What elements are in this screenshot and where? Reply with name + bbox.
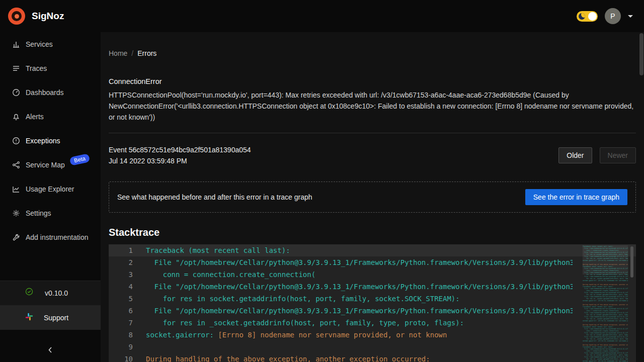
sidebar-item-alerts[interactable]: Alerts	[0, 105, 101, 129]
breadcrumb-separator: /	[131, 49, 133, 57]
stacktrace-block: 1 Traceback (most recent call last): 2 F…	[109, 244, 636, 362]
line-code: for res in socket.getaddrinfo(host, port…	[146, 293, 573, 305]
code-scrollbar[interactable]	[630, 246, 633, 278]
bell-icon	[12, 113, 20, 121]
trace-graph-button[interactable]: See the error in trace graph	[525, 189, 627, 205]
beta-badge: Beta	[69, 153, 90, 166]
main-content: Home / Errors ConnectionError HTTPSConne…	[101, 32, 644, 362]
line-number: 9	[109, 341, 146, 353]
line-number: 2	[109, 256, 146, 268]
stacktrace-line-3: 3 conn = connection.create_connection(	[109, 268, 636, 281]
error-message: HTTPSConnectionPool(host='run.mockdy.io'…	[109, 89, 636, 123]
line-code: File "/opt/homebrew/Cellar/python@3.9/3.…	[146, 305, 573, 317]
sidebar-item-label: Exceptions	[26, 137, 60, 145]
line-number: 6	[109, 305, 146, 317]
event-meta: Event 56c8572c51e94bc9a2f501a81390a054 J…	[109, 144, 251, 166]
theme-toggle[interactable]	[577, 11, 598, 22]
caret-down-icon[interactable]	[628, 15, 633, 18]
sidebar-item-traces[interactable]: Traces	[0, 56, 101, 80]
topbar: SigNoz P	[0, 0, 644, 32]
sidebar-item-label: Alerts	[26, 113, 44, 121]
list-icon	[12, 64, 20, 72]
line-number: 3	[109, 268, 146, 281]
stacktrace-line-5: 5 for res in socket.getaddrinfo(host, po…	[109, 293, 636, 305]
line-code: conn = connection.create_connection(	[146, 268, 573, 281]
signoz-logo-core	[15, 14, 19, 19]
newer-button[interactable]: Newer	[600, 147, 636, 163]
line-code: File "/opt/homebrew/Cellar/python@3.9/3.…	[146, 281, 573, 293]
trace-banner: See what happened before and after this …	[109, 182, 636, 213]
version-row: v0.10.0	[0, 281, 101, 305]
sidebar-item-label: Service Map	[26, 161, 65, 169]
page-scrollbar[interactable]	[639, 33, 644, 362]
sidebar-nav: Services Traces Dashboards Alerts Except…	[0, 32, 101, 249]
avatar[interactable]: P	[605, 8, 621, 24]
sidebar-item-services[interactable]: Services	[0, 32, 101, 56]
sidebar-item-label: Dashboards	[26, 88, 64, 97]
sidebar-item-label: Traces	[26, 64, 47, 72]
stacktrace-line-2: 2 File "/opt/homebrew/Cellar/python@3.9/…	[109, 256, 636, 268]
event-timestamp: Jul 14 2022 03:59:48 PM	[109, 155, 251, 166]
stacktrace-line-10: 10 During handling of the above exceptio…	[109, 353, 636, 362]
breadcrumb-home-link[interactable]: Home	[109, 49, 127, 57]
check-circle-icon	[25, 288, 36, 299]
body-row: Services Traces Dashboards Alerts Except…	[0, 32, 644, 362]
gear-icon	[12, 209, 20, 217]
sidebar-item-support[interactable]: Support	[0, 305, 101, 330]
sidebar-item-dashboards[interactable]: Dashboards	[0, 80, 101, 105]
line-number: 1	[109, 244, 146, 256]
collapse-sidebar[interactable]	[0, 340, 101, 362]
line-code: During handling of the above exception, …	[146, 353, 573, 362]
event-id: Event 56c8572c51e94bc9a2f501a81390a054	[109, 144, 251, 155]
dashboard-icon	[12, 88, 20, 97]
sidebar-item-label: Services	[26, 40, 53, 48]
older-button[interactable]: Older	[558, 147, 592, 163]
app-title: SigNoz	[32, 11, 64, 22]
sidebar-item-label: Settings	[26, 209, 51, 217]
app-root: SigNoz P Services Traces Dashboards Aler…	[0, 0, 644, 362]
minimap-viewport	[583, 245, 628, 275]
bar-chart-icon	[12, 40, 20, 48]
sidebar-item-label: Usage Explorer	[26, 185, 74, 193]
line-code: Traceback (most recent call last):	[146, 244, 573, 256]
line-code: for res in _socket.getaddrinfo(host, por…	[146, 317, 573, 329]
breadcrumb-current: Errors	[137, 49, 156, 57]
line-number: 5	[109, 293, 146, 305]
sidebar-item-usage-explorer[interactable]: Usage Explorer	[0, 177, 101, 201]
line-number: 8	[109, 329, 146, 341]
line-chart-icon	[12, 185, 20, 193]
stacktrace-line-6: 6 File "/opt/homebrew/Cellar/python@3.9/…	[109, 305, 636, 317]
line-number: 7	[109, 317, 146, 329]
wrench-icon	[12, 233, 20, 241]
version-label: v0.10.0	[45, 289, 68, 297]
sidebar-item-settings[interactable]: Settings	[0, 201, 101, 225]
stacktrace-line-1: 1 Traceback (most recent call last):	[109, 244, 636, 256]
page-scrollbar-thumb[interactable]	[639, 33, 643, 75]
minimap[interactable]: Traceback (most recent call last): File …	[583, 245, 628, 362]
stacktrace-code: 1 Traceback (most recent call last): 2 F…	[109, 244, 636, 362]
brand: SigNoz	[8, 8, 64, 25]
stacktrace-line-4: 4 File "/opt/homebrew/Cellar/python@3.9/…	[109, 281, 636, 293]
line-code: socket.gaierror: [Errno 8] nodename nor …	[146, 329, 573, 341]
line-code	[146, 341, 573, 353]
sidebar-item-service-map[interactable]: Service Map Beta	[0, 153, 101, 177]
sidebar-item-exceptions[interactable]: Exceptions	[0, 129, 101, 153]
line-number: 4	[109, 281, 146, 293]
divider	[109, 133, 636, 133]
slack-icon	[25, 313, 35, 323]
event-row: Event 56c8572c51e94bc9a2f501a81390a054 J…	[109, 144, 636, 166]
line-number: 10	[109, 353, 146, 362]
sidebar-item-add-instrumentation[interactable]: Add instrumentation	[0, 225, 101, 249]
sidebar-bottom: v0.10.0 Support	[0, 281, 101, 362]
chevron-left-icon	[47, 346, 54, 355]
toggle-knob-icon	[588, 12, 597, 21]
signoz-logo-ring	[12, 11, 22, 21]
error-name: ConnectionError	[109, 77, 636, 85]
stacktrace-line-7: 7 for res in _socket.getaddrinfo(host, p…	[109, 317, 636, 329]
alert-icon	[12, 137, 20, 145]
line-code: File "/opt/homebrew/Cellar/python@3.9/3.…	[146, 256, 573, 268]
stacktrace-title: Stacktrace	[109, 227, 636, 238]
trace-banner-text: See what happened before and after this …	[117, 193, 312, 201]
support-label: Support	[44, 314, 68, 322]
stacktrace-line-9: 9	[109, 341, 636, 353]
